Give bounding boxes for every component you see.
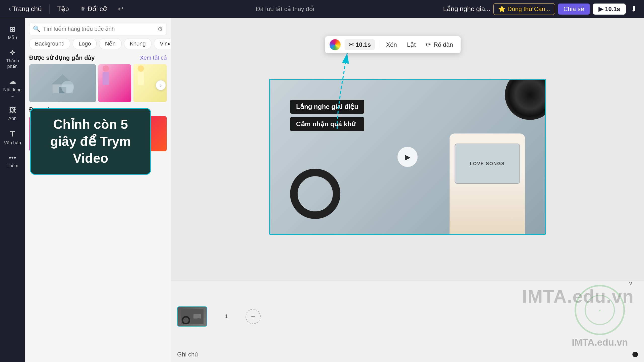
ro-dan-button[interactable]: ⟳ Rõ dàn xyxy=(423,39,456,50)
share-button[interactable]: Chia sẻ xyxy=(558,4,590,15)
scissors-icon: ✂ xyxy=(349,41,354,48)
home-label: Trang chủ xyxy=(12,5,42,13)
download-button[interactable]: ⬇ xyxy=(629,3,639,15)
notes-row: Ghi chú xyxy=(177,351,638,358)
svg-rect-5 xyxy=(102,72,109,85)
video-text-tag-2: Cảm nhận quá khứ xyxy=(290,117,364,131)
tag-background[interactable]: Background xyxy=(29,38,70,49)
bottom-area-inner: ∨ 1 + xyxy=(177,285,638,358)
template-icon: ⊞ xyxy=(10,25,15,33)
back-button[interactable]: ‹ Trang chủ xyxy=(5,3,45,15)
play-button-overlay[interactable]: ▶ xyxy=(397,147,418,167)
xen-label: Xén xyxy=(386,41,397,48)
toolbar-divider xyxy=(379,40,379,49)
sidebar-van-ban-label: Văn bản xyxy=(4,140,21,146)
sidebar-item-anh[interactable]: 🖼 Ảnh xyxy=(1,103,24,124)
saved-status: Đã lưu tất cả thay đổi xyxy=(131,6,439,13)
xen-button[interactable]: Xén xyxy=(383,39,400,50)
slide-number: 1 xyxy=(211,313,242,319)
person2-illustration xyxy=(133,64,148,89)
nav-divider xyxy=(49,5,50,14)
play-duration-button[interactable]: ▶ 10.1s xyxy=(593,4,626,15)
try-label: ⭐ Dùng thử Can... xyxy=(498,6,550,13)
add-slide-button[interactable]: + xyxy=(246,309,261,324)
sidebar-item-thanh-phan[interactable]: ❖ Thành phần xyxy=(1,46,24,72)
video-text-overlay: Lắng nghe giai điệu Cảm nhận quá khứ xyxy=(290,100,364,131)
search-icon: 🔍 xyxy=(33,25,41,32)
sidebar-them-label: Thêm xyxy=(7,163,18,168)
timeline-thumbnail[interactable] xyxy=(177,306,207,327)
video-canvas: LOVE SONGS Lắng nghe giai điệu Cảm nhận … xyxy=(171,18,644,281)
sidebar-item-noi-dung[interactable]: ☁ Nội dung ... xyxy=(1,74,24,101)
recent-grid: › xyxy=(25,64,171,106)
tag-vin-label: Vin▸ xyxy=(160,40,170,47)
search-bar: 🔍 ⚙ xyxy=(29,23,167,35)
timeline-thumb-inner xyxy=(178,307,207,326)
recent-section-header: Được sử dụng gần đây Xem tất cả xyxy=(25,52,171,64)
tag-logo[interactable]: Logo xyxy=(73,38,97,49)
tag-vin[interactable]: Vin▸ xyxy=(154,38,171,49)
lat-button[interactable]: Lật xyxy=(404,39,419,50)
listen-label[interactable]: Lắng nghe gia... xyxy=(443,5,490,13)
nav-right-group: Lắng nghe gia... ⭐ Dùng thử Can... Chia … xyxy=(443,3,639,15)
tag-khung[interactable]: Khung xyxy=(124,38,152,49)
timeline-row: 1 + ● IMTA.edu.vn xyxy=(177,285,638,348)
vinyl-record-decoration xyxy=(505,79,546,120)
svg-rect-7 xyxy=(138,72,144,85)
content-panel: 🔍 ⚙ Background Logo Nền Khung Vin▸ Đượ xyxy=(25,18,171,362)
video-text-2: Cảm nhận quá khứ xyxy=(296,120,355,128)
timeline-thumb-preview xyxy=(181,309,204,324)
sidebar-mau-label: Mẫu xyxy=(8,35,17,40)
back-icon: ‹ xyxy=(9,5,11,13)
cassette-label: LOVE SONGS xyxy=(470,161,505,166)
more-icon: ••• xyxy=(9,154,16,162)
watermark-area: ● IMTA.edu.vn xyxy=(265,285,638,348)
grid-next-button[interactable]: › xyxy=(156,80,166,90)
play-icon: ▶ xyxy=(598,6,603,13)
tag-pills: Background Logo Nền Khung Vin▸ xyxy=(25,38,171,52)
ro-dan-icon: ⟳ xyxy=(426,41,431,48)
house-illustration xyxy=(50,73,75,93)
file-label: Tệp xyxy=(57,5,69,13)
add-slide-icon: + xyxy=(251,312,255,321)
watermark-circle-text: IMTA.edu.vn xyxy=(572,337,628,348)
file-button[interactable]: Tệp xyxy=(54,3,72,15)
trim-scissors-button[interactable]: ✂ 10.1s xyxy=(345,39,375,50)
collapse-chevron[interactable]: ∨ xyxy=(628,280,633,287)
sidebar-item-van-ban[interactable]: T Văn bản xyxy=(1,126,24,149)
video-background: LOVE SONGS Lắng nghe giai điệu Cảm nhận … xyxy=(270,80,545,234)
download-icon: ⬇ xyxy=(631,5,637,13)
svg-point-4 xyxy=(102,65,109,72)
duration-label: 10.1s xyxy=(605,6,620,13)
search-input[interactable] xyxy=(43,26,155,32)
recent-image-person1[interactable] xyxy=(98,64,132,102)
svg-rect-19 xyxy=(193,314,201,319)
video-frame[interactable]: LOVE SONGS Lắng nghe giai điệu Cảm nhận … xyxy=(269,79,546,235)
see-all-button[interactable]: Xem tất cả xyxy=(140,55,167,61)
main-layout: ⊞ Mẫu ❖ Thành phần ☁ Nội dung ... 🖼 Ảnh … xyxy=(0,18,644,362)
video-text-1: Lắng nghe giai điệu xyxy=(296,103,358,110)
resize-button[interactable]: ⚜ Đổi cỡ xyxy=(76,3,110,15)
components-icon: ❖ xyxy=(9,49,16,57)
recent-image-house[interactable] xyxy=(29,64,96,102)
circle-dot: ● xyxy=(599,308,601,312)
color-wheel-icon[interactable] xyxy=(330,39,341,50)
try-canva-button[interactable]: ⭐ Dùng thử Can... xyxy=(493,3,555,15)
headphones-decoration xyxy=(290,169,340,219)
tag-logo-label: Logo xyxy=(78,40,91,47)
notes-dot xyxy=(632,352,638,357)
svg-point-3 xyxy=(61,81,74,93)
recent-title: Được sử dụng gần đây xyxy=(29,54,95,61)
tag-khung-label: Khung xyxy=(130,40,146,47)
tag-nen[interactable]: Nền xyxy=(99,38,121,49)
notes-label: Ghi chú xyxy=(177,351,198,358)
ro-dan-label: Rõ dàn xyxy=(433,41,453,48)
filter-icon[interactable]: ⚙ xyxy=(157,25,163,32)
share-label: Chia sẻ xyxy=(564,6,584,12)
tag-nen-label: Nền xyxy=(105,40,115,47)
trim-toolbar: ✂ 10.1s Xén Lật ⟳ Rõ dàn xyxy=(325,36,461,53)
sidebar-item-mau[interactable]: ⊞ Mẫu xyxy=(1,22,24,43)
undo-button[interactable]: ↩ xyxy=(114,3,127,15)
sidebar-item-them[interactable]: ••• Thêm xyxy=(1,151,24,171)
sidebar-thanh-phan-label: Thành phần xyxy=(3,58,22,69)
